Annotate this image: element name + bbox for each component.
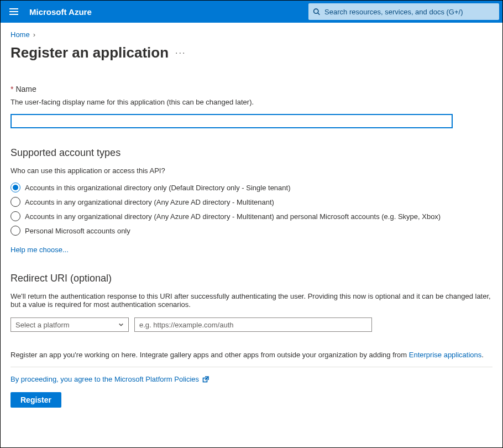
name-label: *Name xyxy=(11,85,492,93)
breadcrumb: Home › xyxy=(11,30,492,39)
search-icon xyxy=(313,8,320,15)
gallery-note: Register an app you're working on here. … xyxy=(11,351,492,359)
more-actions-button[interactable]: ··· xyxy=(175,48,186,58)
account-type-option[interactable]: Accounts in this organizational director… xyxy=(11,183,492,192)
account-type-option[interactable]: Accounts in any organizational directory… xyxy=(11,197,492,207)
page-title: Register an application xyxy=(11,44,169,61)
hamburger-menu-button[interactable] xyxy=(1,1,27,23)
platform-select-value: Select a platform xyxy=(15,321,70,329)
chevron-right-icon: › xyxy=(33,30,35,39)
radio-icon xyxy=(11,211,20,221)
account-type-option[interactable]: Personal Microsoft accounts only xyxy=(11,226,492,236)
divider xyxy=(11,367,492,367)
radio-label: Accounts in any organizational directory… xyxy=(25,198,274,206)
redirect-desc: We'll return the authentication response… xyxy=(11,292,492,309)
register-button[interactable]: Register xyxy=(11,392,61,408)
global-search-input[interactable] xyxy=(324,8,495,16)
svg-point-3 xyxy=(314,9,318,13)
platform-policies-link[interactable]: By proceeding, you agree to the Microsof… xyxy=(11,375,199,383)
global-search[interactable] xyxy=(308,3,499,20)
svg-line-4 xyxy=(318,13,319,14)
radio-icon xyxy=(11,226,20,236)
account-type-option[interactable]: Accounts in any organizational directory… xyxy=(11,211,492,221)
name-desc: The user-facing display name for this ap… xyxy=(11,98,492,106)
breadcrumb-home[interactable]: Home xyxy=(11,30,30,39)
name-input[interactable] xyxy=(11,114,453,128)
help-me-choose-link[interactable]: Help me choose... xyxy=(11,246,69,254)
radio-label: Accounts in this organizational director… xyxy=(25,184,291,192)
external-link-icon xyxy=(202,376,209,383)
enterprise-applications-link[interactable]: Enterprise applications xyxy=(409,351,482,359)
hamburger-icon xyxy=(9,7,18,16)
accounts-desc: Who can use this application or access t… xyxy=(11,166,492,175)
platform-select[interactable]: Select a platform xyxy=(11,317,129,332)
required-star: * xyxy=(11,85,13,93)
accounts-title: Supported account types xyxy=(11,147,492,159)
radio-icon xyxy=(11,197,20,207)
accounts-radio-group: Accounts in this organizational director… xyxy=(11,183,492,236)
chevron-down-icon xyxy=(118,322,124,327)
brand-label: Microsoft Azure xyxy=(27,7,92,17)
radio-icon xyxy=(11,183,20,192)
redirect-title: Redirect URI (optional) xyxy=(11,273,492,284)
svg-rect-0 xyxy=(9,8,18,9)
top-bar: Microsoft Azure xyxy=(1,1,502,23)
svg-rect-2 xyxy=(9,14,18,15)
redirect-uri-input[interactable] xyxy=(134,317,372,332)
radio-label: Accounts in any organizational directory… xyxy=(25,212,441,221)
svg-rect-1 xyxy=(9,11,18,12)
radio-label: Personal Microsoft accounts only xyxy=(25,227,130,235)
